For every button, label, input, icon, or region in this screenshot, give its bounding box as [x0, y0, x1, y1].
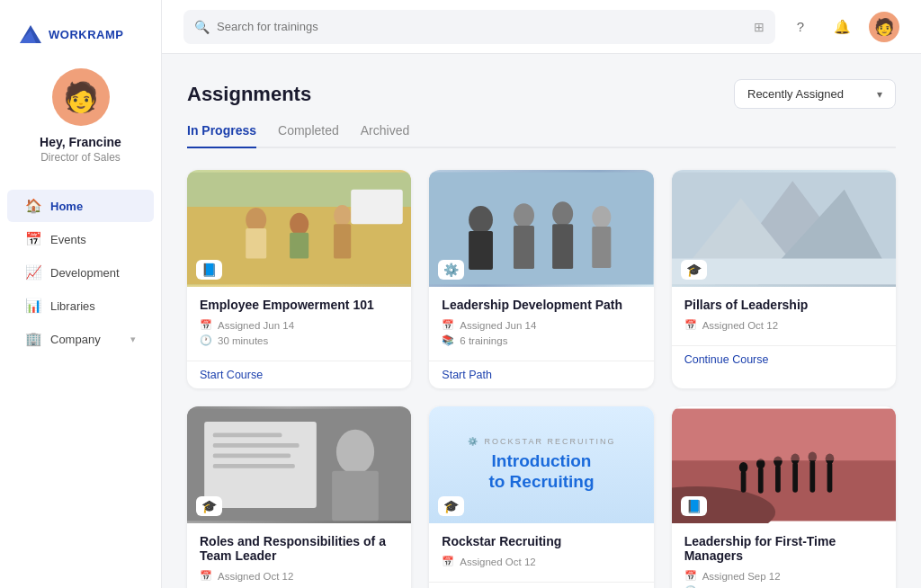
svg-point-19	[593, 206, 612, 228]
card-assigned: 📅 Assigned Jun 14	[200, 319, 398, 331]
course-card[interactable]: ⚙️ ROCKSTAR RECRUITING Introductionto Re…	[429, 406, 653, 588]
card-image: 🎓	[672, 170, 896, 287]
card-action-button[interactable]: Continue Course	[672, 345, 896, 373]
user-title: Director of Sales	[40, 151, 121, 164]
card-image: 📘	[187, 170, 411, 287]
avatar: 🧑	[52, 68, 110, 126]
chevron-down-icon: ▾	[130, 334, 136, 345]
notifications-button[interactable]: 🔔	[827, 13, 856, 41]
sort-dropdown[interactable]: Recently Assigned ▾	[734, 79, 896, 109]
calendar-icon: 📅	[442, 556, 454, 567]
svg-rect-41	[775, 465, 781, 493]
svg-rect-49	[672, 409, 896, 461]
course-card[interactable]: 📘 Employee Empowerment 101 📅 Assigned Ju…	[187, 170, 411, 388]
course-card[interactable]: 🎓 Pillars of Leadership 📅 Assigned Oct 1…	[672, 170, 896, 388]
course-card[interactable]: ⚙️ Leadership Development Path 📅 Assigne…	[429, 170, 653, 388]
svg-rect-37	[740, 471, 746, 493]
card-action-button[interactable]: Start Course	[187, 361, 411, 388]
card-badge: 📘	[196, 260, 222, 280]
card-badge: 🎓	[438, 496, 464, 516]
card-title: Rockstar Recruiting	[442, 534, 640, 548]
card-badge: ⚙️	[438, 260, 464, 280]
sidebar-item-label: Home	[50, 200, 83, 213]
svg-point-13	[469, 206, 493, 234]
sidebar: WORKRAMP 🧑 Hey, Francine Director of Sal…	[0, 0, 162, 588]
cards-grid: 📘 Employee Empowerment 101 📅 Assigned Ju…	[187, 170, 896, 588]
sidebar-item-libraries[interactable]: 📊 Libraries	[7, 290, 154, 322]
content-area: Assignments Recently Assigned ▾ In Progr…	[162, 54, 921, 588]
svg-rect-20	[593, 227, 612, 268]
calendar-icon: 📅	[684, 319, 697, 331]
search-bar[interactable]: 🔍 ⊞	[183, 10, 775, 44]
logo-text: WORKRAMP	[49, 28, 123, 41]
tab-archived[interactable]: Archived	[361, 123, 409, 148]
sidebar-item-development[interactable]: 📈 Development	[7, 256, 154, 289]
sidebar-item-label: Events	[50, 233, 86, 246]
tab-completed[interactable]: Completed	[278, 123, 339, 148]
svg-rect-5	[246, 228, 266, 259]
svg-rect-43	[792, 462, 798, 493]
user-name: Hey, Francine	[40, 135, 121, 149]
svg-point-38	[738, 462, 747, 473]
svg-rect-18	[552, 224, 573, 269]
svg-point-6	[290, 213, 308, 236]
calendar-icon: 📅	[442, 319, 454, 331]
card-assigned: 📅 Assigned Oct 12	[684, 319, 883, 331]
card-title: Leadership Development Path	[442, 298, 640, 312]
calendar-icon: 📅	[200, 570, 212, 582]
card-action-button[interactable]: Start Path	[429, 361, 653, 388]
card-body: Pillars of Leadership 📅 Assigned Oct 12	[672, 287, 896, 345]
page-header: Assignments Recently Assigned ▾	[187, 79, 896, 109]
card-assigned: 📅 Assigned Jun 14	[442, 319, 640, 331]
sidebar-item-company[interactable]: 🏢 Company ▾	[7, 323, 154, 355]
card-assigned: 📅 Assigned Sep 12	[684, 570, 883, 582]
course-card[interactable]: 🎓 Roles and Responsibilities of a Team L…	[187, 406, 411, 588]
logo-area: WORKRAMP	[0, 22, 161, 68]
svg-rect-28	[213, 433, 282, 438]
chevron-down-icon: ▾	[877, 88, 882, 101]
help-button[interactable]: ?	[786, 13, 815, 41]
svg-rect-7	[290, 233, 308, 259]
svg-rect-14	[469, 231, 493, 270]
calendar-icon: 📅	[684, 570, 697, 582]
tab-in-progress[interactable]: In Progress	[187, 123, 256, 148]
card-duration: 🕐 30 minutes	[200, 334, 398, 346]
svg-rect-45	[809, 460, 815, 492]
company-icon: 🏢	[25, 331, 41, 347]
main-area: 🔍 ⊞ ? 🔔 🧑 Assignments Recently Assigned …	[162, 0, 921, 588]
svg-rect-9	[334, 224, 351, 258]
user-avatar-button[interactable]: 🧑	[869, 12, 899, 42]
card-badge: 📘	[681, 496, 707, 516]
card-body: Roles and Responsibilities of a Team Lea…	[187, 523, 411, 588]
clock-icon: 🕐	[200, 334, 212, 346]
card-title: Employee Empowerment 101	[200, 298, 398, 312]
trainings-icon: 📚	[442, 334, 454, 346]
rockstar-title: Introductionto Recruiting	[488, 451, 594, 493]
svg-rect-16	[514, 226, 534, 269]
sidebar-item-home[interactable]: 🏠 Home	[7, 190, 154, 222]
card-title: Pillars of Leadership	[684, 298, 883, 312]
home-icon: 🏠	[25, 198, 41, 214]
filter-icon[interactable]: ⊞	[754, 20, 765, 34]
svg-point-15	[514, 203, 534, 227]
user-profile-section: 🧑 Hey, Francine Director of Sales	[40, 68, 121, 178]
sidebar-item-events[interactable]: 📅 Events	[7, 223, 154, 255]
page-title: Assignments	[187, 83, 311, 106]
sort-label: Recently Assigned	[747, 87, 844, 101]
search-input[interactable]	[217, 20, 747, 33]
svg-rect-33	[332, 471, 379, 521]
svg-point-32	[336, 430, 374, 475]
svg-rect-31	[213, 464, 295, 468]
card-action-button[interactable]: Continue Course	[429, 582, 653, 588]
card-image: ⚙️ ROCKSTAR RECRUITING Introductionto Re…	[429, 406, 653, 523]
calendar-icon: 📅	[200, 319, 212, 331]
svg-point-8	[334, 205, 351, 226]
card-assigned: 📅 Assigned Oct 12	[442, 556, 640, 567]
events-icon: 📅	[25, 231, 41, 247]
workramp-logo-icon	[18, 22, 43, 47]
svg-rect-30	[213, 454, 291, 459]
card-body: Rockstar Recruiting 📅 Assigned Oct 12	[429, 523, 653, 582]
topbar-actions: ? 🔔 🧑	[786, 12, 899, 42]
course-card[interactable]: 📘 Leadership for First-Time Managers 📅 A…	[672, 406, 896, 588]
development-icon: 📈	[25, 264, 41, 281]
